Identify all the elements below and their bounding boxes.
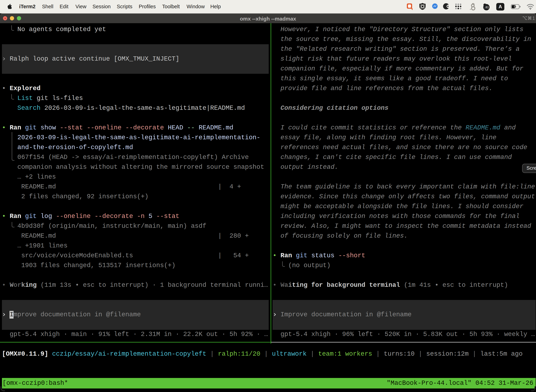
svg-text:1: 1	[532, 16, 535, 21]
svg-text:..61: ..61	[484, 6, 489, 9]
